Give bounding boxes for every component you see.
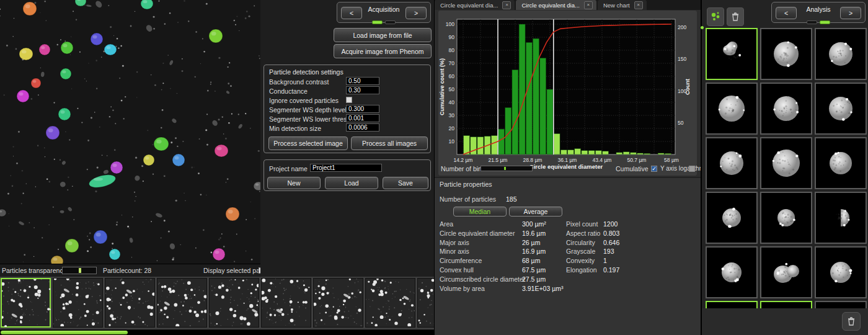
detection-field-input[interactable]: [346, 105, 379, 113]
svg-text:150: 150: [678, 56, 686, 62]
delete-selected-button[interactable]: [842, 312, 861, 331]
svg-text:70: 70: [449, 60, 455, 66]
transparency-slider-thumb[interactable]: [79, 268, 81, 273]
detection-field-input[interactable]: [346, 123, 379, 132]
close-tab-icon[interactable]: ×: [584, 1, 593, 9]
particle-thumbnail-1[interactable]: [760, 28, 812, 80]
average-button[interactable]: Average: [509, 207, 562, 217]
chart-tab-0[interactable]: Circle equivalent dia...×: [435, 0, 515, 10]
property-label: Major axis: [440, 239, 469, 246]
number-of-particles-label: Number of particles: [440, 195, 496, 203]
svg-text:36.1 µm: 36.1 µm: [558, 157, 577, 163]
project-group: Project name NewLoadSave: [264, 159, 431, 191]
property-label: Circularity: [566, 239, 595, 246]
property-label: Grayscale: [566, 248, 595, 255]
particle-thumbnail-5[interactable]: [815, 83, 867, 135]
filmstrip-thumbnail-5[interactable]: [261, 278, 311, 328]
number-of-particles-value: 185: [506, 195, 517, 203]
property-label: Minor axis: [440, 248, 469, 255]
property-value: 26 µm: [522, 239, 540, 246]
detection-field-input[interactable]: [346, 86, 379, 94]
particle-thumbnail-7[interactable]: [760, 137, 812, 189]
property-value: 16.9 µm: [522, 248, 546, 255]
histogram-chart[interactable]: 1020304050607080901005010015020014.2 µm2…: [438, 11, 697, 176]
particle-thumbnail-8[interactable]: [815, 137, 867, 189]
filmstrip-scrollbar-thumb[interactable]: [1, 331, 128, 334]
particle-thumbnail-0[interactable]: [706, 28, 758, 80]
particles-icon: [709, 11, 722, 23]
particles-transparency-slider[interactable]: [62, 267, 97, 274]
svg-text:40: 40: [449, 99, 455, 105]
particle-thumbnail-14[interactable]: [815, 246, 867, 298]
property-label: Circle equivalent diameter: [440, 230, 515, 237]
particle-thumbnail-12[interactable]: [706, 246, 758, 298]
particle-detection-settings-group: Particle detection settings Background c…: [264, 65, 431, 153]
acquisition-header: < Acquisition >: [337, 2, 431, 23]
median-button[interactable]: Median: [453, 207, 507, 217]
project-name-label: Project name: [269, 165, 308, 172]
filmstrip-thumbnail-0[interactable]: [1, 278, 51, 328]
filmstrip-thumbnail-4[interactable]: [209, 278, 259, 328]
particle-thumbnail-16[interactable]: [760, 301, 812, 308]
ignore-covered-particles-checkbox[interactable]: [346, 97, 352, 103]
cumulative-checkbox[interactable]: ✓: [651, 166, 657, 172]
particle-thumbnail-15[interactable]: [706, 301, 758, 308]
filmstrip-thumbnail-6[interactable]: [313, 278, 363, 328]
particle-thumbnail-11[interactable]: [815, 192, 867, 244]
detection-field-label: Background contrast: [269, 78, 329, 86]
detection-field-input[interactable]: [346, 77, 379, 85]
project-name-input[interactable]: [310, 164, 382, 172]
property-value: 0.646: [603, 239, 619, 246]
detection-field-input[interactable]: [346, 114, 379, 122]
project-load-button[interactable]: Load: [325, 177, 378, 189]
particle-thumbnail-6[interactable]: [706, 137, 758, 189]
property-value: 193: [603, 248, 614, 255]
chart-panel: Circle equivalent dia...×Circle equivale…: [434, 0, 701, 335]
filmstrip-thumbnail-2[interactable]: [105, 278, 155, 328]
bins-slider-thumb[interactable]: [504, 167, 506, 170]
svg-text:90: 90: [449, 34, 455, 40]
project-new-button[interactable]: New: [267, 177, 321, 189]
svg-text:14.2 µm: 14.2 µm: [454, 157, 473, 163]
particle-thumbnail-3[interactable]: [706, 83, 758, 135]
close-tab-icon[interactable]: ×: [502, 1, 511, 9]
load-image-button[interactable]: Load image from file: [334, 28, 432, 42]
particle-thumbnail-13[interactable]: [760, 246, 812, 298]
particle-thumbnail-4[interactable]: [760, 83, 812, 135]
close-tab-icon[interactable]: ×: [634, 1, 643, 9]
svg-text:80: 80: [449, 47, 455, 53]
acquire-image-button[interactable]: Acquire image from Phenom: [334, 44, 432, 58]
filmstrip-scrollbar[interactable]: [0, 330, 434, 335]
process-selected-image-button[interactable]: Process selected image: [268, 136, 348, 150]
y-axis-logarithmic-checkbox[interactable]: [689, 166, 695, 172]
property-label: Convex hull: [440, 266, 474, 274]
analysis-next-button[interactable]: >: [840, 7, 861, 19]
show-particles-button[interactable]: [707, 7, 724, 26]
step-dot-inactive: [385, 20, 396, 24]
filmstrip-thumbnail-8[interactable]: [417, 278, 434, 328]
particle-thumbnail-9[interactable]: [706, 192, 758, 244]
acquisition-next-button[interactable]: >: [405, 7, 427, 19]
filmstrip-thumbnail-1[interactable]: [53, 278, 103, 328]
svg-text:Cumulative count (%): Cumulative count (%): [439, 58, 445, 115]
property-label: Circumference: [440, 257, 482, 264]
process-all-images-button[interactable]: Process all images: [351, 136, 428, 150]
property-label: Elongation: [566, 266, 597, 274]
svg-text:60: 60: [449, 73, 455, 79]
particle-thumbnail-17[interactable]: [815, 301, 867, 308]
delete-particles-button[interactable]: [727, 7, 744, 26]
segmented-image-viewer[interactable]: [0, 0, 260, 264]
project-save-button[interactable]: Save: [383, 177, 428, 189]
particle-thumbnail-2[interactable]: [815, 28, 867, 80]
filmstrip-thumbnail-3[interactable]: [157, 278, 207, 328]
step-dot-active: [372, 20, 383, 24]
chart-tab-1[interactable]: Circle equivalent dia...×: [516, 0, 596, 10]
image-filmstrip[interactable]: [0, 277, 434, 329]
particle-properties-panel: Particle properties Number of particles …: [435, 177, 701, 335]
detection-field-label: Min detection size: [269, 125, 321, 132]
particle-count-label: Particlecount: 28: [103, 267, 151, 274]
filmstrip-thumbnail-7[interactable]: [365, 278, 415, 328]
particle-thumbnail-10[interactable]: [760, 192, 812, 244]
chart-tab-2[interactable]: New chart×: [598, 0, 647, 10]
number-of-bins-slider[interactable]: [480, 166, 533, 171]
